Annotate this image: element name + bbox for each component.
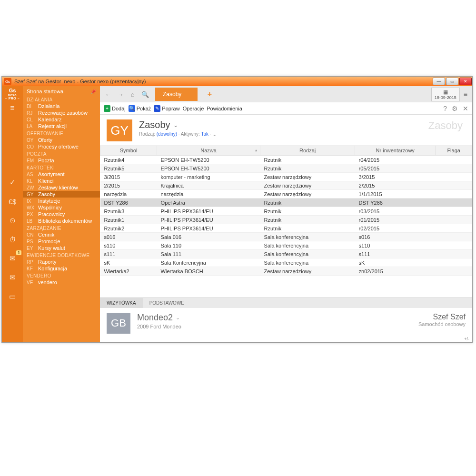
date-picker[interactable]: ▦ 18-09-2015 [431,88,460,101]
table-row[interactable]: s111Sala 111Sala konferencyjnas111 [100,250,472,258]
table-cell: PHILIPS PPX3614/EU [157,207,260,216]
table-row[interactable]: sKSala KonferencyjnaSala konferencyjnasK [100,258,472,267]
close-panel-icon[interactable]: ✕ [463,105,468,112]
table-row[interactable]: Wiertarka2Wiertarka BOSCHZestaw narzędzi… [100,267,472,276]
sidebar-home[interactable]: Strona startowa 📌 [23,87,100,96]
table-cell: DST Y286 [100,198,157,207]
column-header[interactable]: Nazwa [157,146,260,156]
tab-add-icon[interactable]: + [204,89,215,99]
page-title[interactable]: Zasoby⌄ [139,119,217,130]
sidebar-item[interactable]: WXWspólnicy [23,204,100,211]
add-button[interactable]: +Dodaj [104,105,126,112]
sidebar-item-prefix: CL [27,117,35,122]
mail-badge-icon[interactable]: ✉1 [6,252,19,265]
table-row[interactable]: Rzutnik1PHILIPS PPX3614/EURzutnikr01/201… [100,216,472,224]
column-header[interactable]: Nr inwentarzowy [355,146,436,156]
sidebar-item[interactable]: ASAsortyment [23,171,100,178]
page-filter-summary[interactable]: Rodzaj: (dowolny) · Aktywny: Tak · ... [139,131,217,137]
detail-tab-card[interactable]: WIZYTÓWKA [100,298,143,308]
table-cell [436,258,472,267]
sidebar-item[interactable]: EMPoczta [23,157,100,164]
edit-button[interactable]: ✎Popraw [154,105,179,112]
sidebar-item[interactable]: PSPromocje [23,238,100,245]
menu-icon[interactable]: ≡ [10,104,14,112]
data-grid[interactable]: SymbolNazwaRodzajNr inwentarzowyFlaga Rz… [100,146,472,276]
detail-tab-basic[interactable]: PODSTAWOWE [143,298,191,308]
detail-title[interactable]: Mondeo2⌄ [137,313,181,323]
table-cell: Rzutnik4 [100,156,157,164]
sidebar-item[interactable]: RPRaporty [23,258,100,265]
gear-icon[interactable]: ⚙ [452,105,458,112]
edit-label: Popraw [162,106,179,111]
sidebar-item[interactable]: CLKalendarz [23,116,100,123]
sidebar-item-label: Klienci [38,178,53,184]
close-button[interactable]: ✕ [459,78,472,85]
sidebar-item[interactable]: GYZasoby [23,191,100,198]
detail-tabs: WIZYTÓWKA PODSTAWOWE [100,298,472,308]
sidebar-item[interactable]: LBBiblioteka dokumentów [23,218,100,224]
nav-search-icon[interactable]: 🔍 [140,89,150,99]
check-circle-icon[interactable]: ✓ [6,176,19,188]
mail-badge: 1 [16,250,21,255]
sidebar-item-label: Biblioteka dokumentów [38,218,92,224]
mail-icon[interactable]: ✉ [6,271,19,284]
tab-zasoby[interactable]: Zasoby [155,88,198,101]
sidebar-item[interactable]: PXPracownicy [23,211,100,218]
sidebar-item[interactable]: IXInstytucje [23,198,100,204]
sidebar-item-label: Kursy walut [38,245,65,251]
clock-history-icon[interactable]: ⏲ [6,214,19,227]
sidebar-item[interactable]: RJRezerwacje zasobów [23,109,100,116]
nav-forward-icon[interactable]: → [115,89,126,99]
table-row[interactable]: DST Y286Opel AstraRzutnikDST Y286 [100,198,472,207]
column-header[interactable]: Symbol [100,146,157,156]
table-row[interactable]: Rzutnik4EPSON EH-TW5200Rzutnikr04/2015 [100,156,472,164]
table-cell: r03/2015 [355,207,436,216]
sidebar-item[interactable]: DIDziałania [23,103,100,109]
chevron-down-icon: ⌄ [173,122,178,129]
sidebar-item[interactable]: COProcesy ofertowe [23,143,100,150]
nav-home-icon[interactable]: ⌂ [128,89,138,99]
sidebar-item[interactable]: CNCenniki [23,231,100,238]
show-button[interactable]: 🔍Pokaż [129,105,151,112]
minimize-button[interactable]: — [433,78,445,85]
sidebar-item[interactable]: VEvendero [23,279,100,286]
column-header[interactable]: Rodzaj [260,146,355,156]
column-header[interactable]: Flaga [436,146,472,156]
stopwatch-icon[interactable]: ⏱ [6,233,19,246]
table-row[interactable]: 3/2015komputer - marketingZestaw narzędz… [100,173,472,181]
help-icon[interactable]: ? [443,105,447,112]
table-cell: narzędzia [157,190,260,198]
table-cell: Sala konferencyjna [260,241,355,250]
currency-icon[interactable]: €$ [6,195,19,208]
overflow-menu-icon[interactable]: ≡ [464,90,467,98]
sidebar-item[interactable]: EYKursy walut [23,245,100,251]
notifications-menu[interactable]: Powiadomienia [207,106,242,111]
nav-back-icon[interactable]: ← [103,89,113,99]
table-row[interactable]: Rzutnik5EPSON EH-TW5200Rzutnikr05/2015 [100,164,472,173]
table-row[interactable]: narzędzianarzędziaZestaw narzędziowy1/1/… [100,190,472,198]
filter-kind: (dowolny) [157,131,177,137]
table-cell: Rzutnik2 [100,224,157,233]
table-row[interactable]: Rzutnik3PHILIPS PPX3614/EURzutnikr03/201… [100,207,472,216]
sidebar-item[interactable]: OYOferty [23,137,100,143]
sidebar-item-label: vendero [38,279,57,285]
sidebar-item-label: Poczta [38,158,54,163]
table-cell: 2/2015 [100,181,157,190]
sidebar-item[interactable]: ZWZestawy klientów [23,184,100,191]
table-row[interactable]: 2/2015KrajalnicaZestaw narzędziowy2/2015 [100,181,472,190]
table-row[interactable]: s016Sala 016Sala konferencyjnas016 [100,233,472,241]
certificate-icon[interactable]: ▭ [6,290,19,303]
sidebar-item[interactable]: KFKonfiguracja [23,265,100,272]
table-row[interactable]: Rzutnik2PHILIPS PPX3614/EURzutnikr02/201… [100,224,472,233]
table-cell [436,250,472,258]
maximize-button[interactable]: ▭ [446,78,458,85]
expand-collapse-toggle[interactable]: +/- [100,337,472,342]
table-cell: s110 [100,241,157,250]
sidebar-item[interactable]: LARejestr akcji [23,123,100,129]
operations-menu[interactable]: Operacje [183,106,204,111]
sidebar-item[interactable]: KLKlienci [23,178,100,184]
table-cell: s016 [100,233,157,241]
table-row[interactable]: s110Sala 110Sala konferencyjnas110 [100,241,472,250]
app-icon: Gs [4,78,11,85]
pin-icon[interactable]: 📌 [90,89,96,94]
